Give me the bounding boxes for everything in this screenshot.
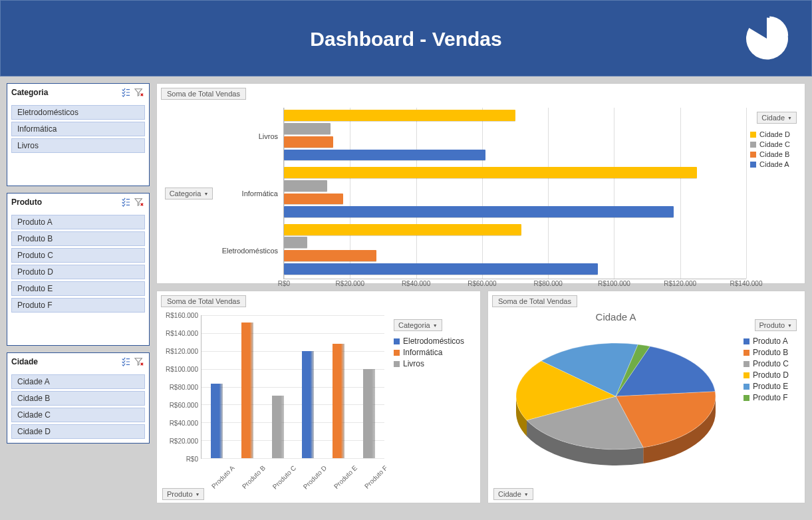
- slicer-item[interactable]: Produto A: [11, 215, 145, 229]
- bar: [284, 136, 333, 148]
- slicer-title: Categoria: [11, 88, 118, 97]
- axis-tick: R$20.000: [170, 438, 198, 445]
- axis-tick: R$0: [278, 280, 290, 287]
- field-button-categoria[interactable]: Categoria▼: [394, 319, 442, 331]
- axis-tick: R$160.000: [166, 312, 198, 319]
- chevron-down-icon: ▼: [433, 323, 438, 328]
- axis-tick: R$20.000: [336, 280, 364, 287]
- chart-legend: Produto▼ Produto AProduto BProduto CProd…: [740, 315, 801, 499]
- axis-tick: R$100.000: [598, 280, 630, 287]
- axis-category-label: Eletrodomésticos: [217, 222, 283, 279]
- axis-tick: R$60.000: [170, 402, 198, 409]
- chart-title-tab: Soma de Total Vendas: [161, 295, 246, 307]
- axis-tick: R$140.000: [166, 330, 198, 337]
- axis-category-label: Produto E: [333, 464, 358, 490]
- legend-item: Produto D: [744, 370, 797, 380]
- slicer-item[interactable]: Eletrodomésticos: [11, 105, 145, 120]
- header: Dashboard - Vendas: [0, 0, 812, 76]
- legend-item: Produto C: [744, 359, 797, 368]
- axis-tick: R$40.000: [170, 420, 198, 427]
- axis-tick: R$120.000: [166, 348, 198, 355]
- chart-title-tab: Soma de Total Vendas: [492, 295, 577, 307]
- pie-title: Cidade A: [492, 311, 740, 323]
- clear-filter-icon[interactable]: [133, 196, 145, 208]
- legend-item: Cidade B: [750, 150, 797, 158]
- slicer-title: Produto: [11, 197, 118, 207]
- sidebar: Categoria Eletrodomésticos Informática L…: [7, 83, 150, 503]
- clear-filter-icon[interactable]: [133, 356, 145, 368]
- pie-chart: [503, 326, 729, 479]
- multiselect-icon[interactable]: [120, 196, 132, 208]
- legend-item: Eletrodomésticos: [394, 336, 472, 346]
- chevron-down-icon: ▼: [787, 323, 792, 328]
- chart-panel-top: Soma de Total Vendas Categoria▼ LivrosIn…: [156, 83, 805, 284]
- axis-category-label: Produto F: [363, 464, 389, 490]
- legend-item: Produto A: [744, 336, 797, 346]
- bar: [272, 396, 284, 458]
- bar: [284, 224, 521, 235]
- legend-item: Cidade A: [750, 160, 797, 168]
- field-button-produto[interactable]: Produto▼: [755, 319, 797, 331]
- slicer-item[interactable]: Cidade A: [11, 374, 145, 389]
- bar: [284, 110, 515, 121]
- axis-category-label: Produto B: [241, 464, 267, 490]
- slicer-item[interactable]: Cidade B: [11, 391, 145, 406]
- slicer-item[interactable]: Cidade C: [11, 408, 145, 422]
- slicer-item[interactable]: Produto D: [11, 265, 145, 279]
- slicer-produto: Produto Produto A Produto B Produto C Pr…: [7, 193, 150, 346]
- chart-panel-bottom-right: Soma de Total Vendas Cidade A Produto▼ P…: [487, 291, 805, 503]
- axis-category-label: Livros: [217, 108, 283, 165]
- slicer-cidade: Cidade Cidade A Cidade B Cidade C Cidade…: [7, 352, 150, 444]
- legend-item: Informática: [394, 348, 472, 357]
- multiselect-icon[interactable]: [120, 86, 132, 98]
- axis-tick: R$100.000: [166, 366, 198, 373]
- slicer-item[interactable]: Produto E: [11, 281, 145, 296]
- legend-item: Produto B: [744, 348, 797, 357]
- bar: [241, 323, 253, 458]
- page-title: Dashboard - Vendas: [1, 1, 811, 77]
- slicer-categoria: Categoria Eletrodomésticos Informática L…: [7, 83, 150, 186]
- slicer-item[interactable]: Produto C: [11, 248, 145, 263]
- axis-category-label: Informática: [217, 165, 283, 222]
- slicer-item[interactable]: Cidade D: [11, 424, 145, 439]
- chevron-down-icon: ▼: [203, 192, 208, 196]
- axis-tick: R$140.000: [730, 280, 763, 287]
- bar: [284, 123, 331, 134]
- bar: [211, 384, 223, 458]
- axis-category-label: Produto D: [302, 464, 329, 491]
- slicer-item[interactable]: Produto B: [11, 231, 145, 246]
- axis-tick: R$0: [186, 455, 198, 463]
- legend-item: Produto E: [744, 382, 797, 391]
- axis-tick: R$80.000: [170, 384, 198, 391]
- axis-tick: R$80.000: [533, 280, 562, 287]
- slicer-item[interactable]: Informática: [11, 122, 145, 136]
- axis-tick: R$120.000: [664, 280, 696, 287]
- axis-tick: R$40.000: [402, 280, 430, 287]
- legend-item: Cidade C: [750, 140, 797, 148]
- pie-logo-icon: [744, 15, 790, 62]
- chart-legend: Categoria▼ EletrodomésticosInformáticaLi…: [387, 315, 476, 499]
- field-button-categoria[interactable]: Categoria▼: [165, 188, 213, 199]
- legend-item: Livros: [394, 359, 472, 368]
- bar: [363, 369, 375, 458]
- chart-title-tab: Soma de Total Vendas: [161, 88, 246, 100]
- bar: [284, 194, 343, 205]
- clear-filter-icon[interactable]: [133, 86, 145, 98]
- field-button-cidade[interactable]: Cidade▼: [493, 488, 533, 500]
- multiselect-icon[interactable]: [120, 356, 132, 368]
- axis-category-label: Produto C: [271, 464, 298, 491]
- axis-tick: R$60.000: [468, 280, 496, 287]
- field-button-produto[interactable]: Produto▼: [162, 488, 204, 500]
- bar: [284, 167, 697, 178]
- legend-item: Cidade D: [750, 130, 797, 138]
- chevron-down-icon: ▼: [787, 116, 792, 120]
- chevron-down-icon: ▼: [196, 492, 200, 497]
- slicer-item[interactable]: Produto F: [11, 298, 145, 313]
- slicer-item[interactable]: Livros: [11, 138, 145, 153]
- chart-panel-bottom-left: Soma de Total Vendas R$0R$20.000R$40.000…: [156, 291, 481, 503]
- field-button-cidade[interactable]: Cidade▼: [757, 112, 797, 124]
- slicer-title: Cidade: [11, 357, 118, 366]
- bar: [284, 250, 376, 261]
- bar: [302, 351, 314, 458]
- chart-legend: Cidade▼ Cidade DCidade CCidade BCidade A: [746, 108, 801, 279]
